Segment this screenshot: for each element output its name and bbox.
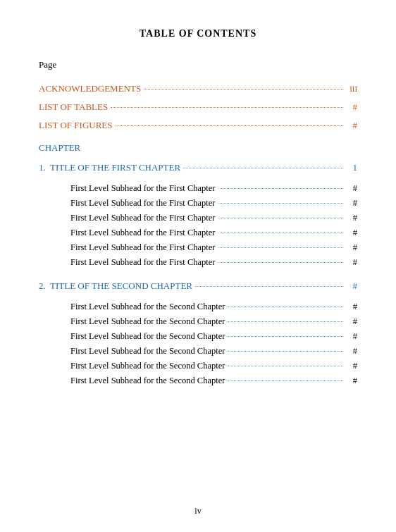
subheads-group-0: First Level Subhead for the First Chapte… bbox=[39, 183, 357, 268]
subhead-dots-1-5 bbox=[228, 381, 343, 381]
subhead-page-1-2: # bbox=[346, 331, 357, 342]
subhead-text-1-4: First Level Subhead for the Second Chapt… bbox=[70, 361, 225, 371]
subhead-dots-1-1 bbox=[228, 321, 343, 322]
subhead-text-0-2: First Level Subhead for the First Chapte… bbox=[70, 213, 216, 223]
page: TABLE OF CONTENTS Page ACKNOWLEDGEMENTS … bbox=[0, 0, 396, 532]
page-title: TABLE OF CONTENTS bbox=[39, 28, 357, 39]
page-label: Page bbox=[39, 59, 357, 70]
subhead-page-1-5: # bbox=[346, 376, 357, 386]
subhead-1-4: First Level Subhead for the Second Chapt… bbox=[39, 361, 357, 371]
subhead-text-1-3: First Level Subhead for the Second Chapt… bbox=[70, 346, 225, 357]
subhead-text-0-1: First Level Subhead for the First Chapte… bbox=[70, 198, 216, 209]
subhead-dots-0-5 bbox=[218, 262, 343, 263]
subhead-text-0-3: First Level Subhead for the First Chapte… bbox=[70, 228, 216, 238]
top-entry-2: LIST OF FIGURES # bbox=[39, 120, 357, 131]
top-entry-text-1: LIST OF TABLES bbox=[39, 101, 108, 113]
subhead-1-5: First Level Subhead for the Second Chapt… bbox=[39, 376, 357, 386]
subhead-page-1-3: # bbox=[346, 346, 357, 357]
subhead-page-0-5: # bbox=[346, 257, 357, 268]
chapter-dots-0 bbox=[183, 168, 343, 168]
chapter-title-0: 1. TITLE OF THE FIRST CHAPTER 1 bbox=[39, 162, 357, 173]
subhead-page-0-0: # bbox=[346, 183, 357, 194]
subhead-dots-0-3 bbox=[218, 233, 343, 233]
subhead-page-1-1: # bbox=[346, 316, 357, 327]
subhead-text-0-0: First Level Subhead for the First Chapte… bbox=[70, 183, 216, 194]
chapter-block-0: 1. TITLE OF THE FIRST CHAPTER 1 First Le… bbox=[39, 162, 357, 268]
chapter-header: CHAPTER bbox=[39, 142, 357, 154]
subhead-0-4: First Level Subhead for the First Chapte… bbox=[39, 242, 357, 253]
subhead-0-1: First Level Subhead for the First Chapte… bbox=[39, 198, 357, 209]
subhead-0-0: First Level Subhead for the First Chapte… bbox=[39, 183, 357, 194]
subhead-dots-1-4 bbox=[228, 366, 343, 366]
subhead-dots-0-4 bbox=[218, 247, 343, 248]
top-entry-0: ACKNOWLEDGEMENTS iii bbox=[39, 83, 357, 94]
subhead-dots-1-2 bbox=[228, 336, 343, 337]
top-entry-dots-1 bbox=[111, 107, 343, 108]
top-entry-1: LIST OF TABLES # bbox=[39, 101, 357, 113]
page-footer: iv bbox=[0, 506, 396, 516]
subhead-1-0: First Level Subhead for the Second Chapt… bbox=[39, 302, 357, 312]
subhead-page-0-2: # bbox=[346, 213, 357, 223]
subhead-page-0-4: # bbox=[346, 242, 357, 253]
top-entry-page-0: iii bbox=[346, 83, 357, 94]
subhead-text-1-5: First Level Subhead for the Second Chapt… bbox=[70, 376, 225, 386]
subhead-text-1-0: First Level Subhead for the Second Chapt… bbox=[70, 302, 225, 312]
subhead-page-1-0: # bbox=[346, 302, 357, 312]
top-entry-dots-2 bbox=[116, 125, 343, 126]
top-entry-page-1: # bbox=[346, 101, 357, 113]
chapter-block-1: 2. TITLE OF THE SECOND CHAPTER # First L… bbox=[39, 280, 357, 386]
chapter-number-0: 1. TITLE OF THE FIRST CHAPTER bbox=[39, 162, 180, 173]
subheads-group-1: First Level Subhead for the Second Chapt… bbox=[39, 302, 357, 386]
subhead-1-3: First Level Subhead for the Second Chapt… bbox=[39, 346, 357, 357]
subhead-page-0-3: # bbox=[346, 228, 357, 238]
top-entry-text-2: LIST OF FIGURES bbox=[39, 120, 113, 131]
chapter-page-1: # bbox=[346, 280, 357, 292]
top-entry-page-2: # bbox=[346, 120, 357, 131]
subhead-0-2: First Level Subhead for the First Chapte… bbox=[39, 213, 357, 223]
chapter-title-1: 2. TITLE OF THE SECOND CHAPTER # bbox=[39, 280, 357, 292]
chapter-page-0: 1 bbox=[346, 162, 357, 173]
subhead-text-1-1: First Level Subhead for the Second Chapt… bbox=[70, 316, 225, 327]
top-entries: ACKNOWLEDGEMENTS iii LIST OF TABLES # LI… bbox=[39, 83, 357, 131]
subhead-0-5: First Level Subhead for the First Chapte… bbox=[39, 257, 357, 268]
subhead-text-0-5: First Level Subhead for the First Chapte… bbox=[70, 257, 216, 268]
subhead-text-1-2: First Level Subhead for the Second Chapt… bbox=[70, 331, 225, 342]
top-entry-dots-0 bbox=[144, 89, 343, 89]
chapter-number-1: 2. TITLE OF THE SECOND CHAPTER bbox=[39, 280, 192, 292]
subhead-0-3: First Level Subhead for the First Chapte… bbox=[39, 228, 357, 238]
subhead-1-2: First Level Subhead for the Second Chapt… bbox=[39, 331, 357, 342]
subhead-dots-0-0 bbox=[218, 188, 343, 189]
top-entry-text-0: ACKNOWLEDGEMENTS bbox=[39, 83, 141, 94]
subhead-page-1-4: # bbox=[346, 361, 357, 371]
chapters-container: 1. TITLE OF THE FIRST CHAPTER 1 First Le… bbox=[39, 162, 357, 386]
subhead-1-1: First Level Subhead for the Second Chapt… bbox=[39, 316, 357, 327]
subhead-page-0-1: # bbox=[346, 198, 357, 209]
subhead-dots-0-2 bbox=[218, 218, 343, 218]
subhead-dots-1-3 bbox=[228, 351, 343, 352]
subhead-dots-0-1 bbox=[218, 203, 343, 204]
subhead-text-0-4: First Level Subhead for the First Chapte… bbox=[70, 242, 216, 253]
subhead-dots-1-0 bbox=[228, 307, 343, 307]
chapter-dots-1 bbox=[195, 286, 343, 287]
